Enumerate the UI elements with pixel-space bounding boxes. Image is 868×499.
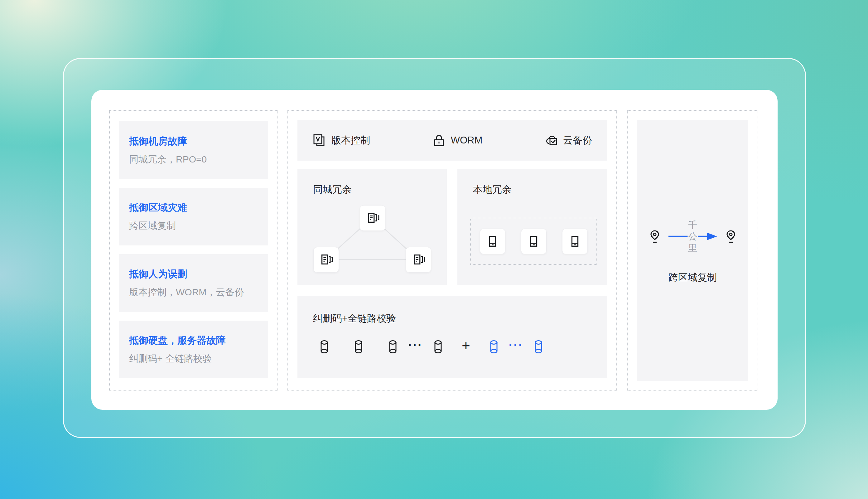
threat-card-hardware-failure: 抵御硬盘，服务器故障 纠删码+ 全链路校验 [119,320,268,378]
threat-desc: 版本控制，WORM，云备份 [129,286,268,299]
white-card: 抵御机房故障 同城冗余，RPO=0 抵御区域灾难 跨区域复制 抵御人为误删 版本… [91,90,778,410]
threat-desc: 同城冗余，RPO=0 [129,153,268,166]
disk-cylinder-icon [319,340,329,353]
feature-cloud-backup: 云备份 [544,133,592,147]
ellipsis-blue: ··· [509,339,523,351]
feature-label: WORM [451,135,483,146]
threat-title: 抵御硬盘，服务器故障 [129,334,268,347]
feature-bar: 版本控制 WORM [297,120,607,161]
zone-node [360,205,385,231]
disk-cylinder-icon-blue [533,340,543,353]
box-title: 本地冗余 [473,183,512,196]
threat-card-human-error: 抵御人为误删 版本控制，WORM，云备份 [119,254,268,312]
threat-desc: 纠删码+ 全链路校验 [129,352,268,365]
mechanisms-column: 版本控制 WORM [287,110,617,391]
disk-cylinder-icon-blue [489,340,499,353]
storage-device-icon [527,234,541,248]
feature-versioning: 版本控制 [312,133,370,147]
cross-region-column: 千 公 里 跨区域复制 [627,110,758,391]
storage-device-icon [568,234,582,248]
arrow-right-icon: 千 公 里 [668,231,718,241]
disk-row: ··· + [319,340,543,354]
disk-cylinder-icon [433,340,443,353]
feature-label: 版本控制 [332,134,370,147]
redundancy-row: 同城冗余 [297,169,607,285]
device-node [480,229,505,254]
server-sync-icon [411,253,425,267]
threat-card-region-disaster: 抵御区域灾难 跨区域复制 [119,188,268,245]
box-title: 纠删码+全链路校验 [313,312,396,325]
threat-title: 抵御机房故障 [129,135,268,148]
device-node [562,229,588,254]
threat-card-idc-failure: 抵御机房故障 同城冗余，RPO=0 [119,121,268,179]
lock-icon [432,133,446,147]
plus-sign: + [462,338,470,353]
threat-title: 抵御区域灾难 [129,201,268,214]
erasure-coding-box: 纠删码+全链路校验 [297,296,607,378]
disk-cylinder-icon [354,340,363,353]
ellipsis: ··· [408,339,423,351]
cross-region-label: 跨区域复制 [637,271,748,284]
threats-column: 抵御机房故障 同城冗余，RPO=0 抵御区域灾难 跨区域复制 抵御人为误删 版本… [109,110,278,391]
location-pin-icon [724,230,737,243]
local-devices-strip [470,218,597,265]
data-protection-diagram: 抵御机房故障 同城冗余，RPO=0 抵御区域灾难 跨区域复制 抵御人为误删 版本… [0,0,868,499]
distance-label: 千 公 里 [687,219,698,254]
versioning-icon [312,133,327,147]
threat-title: 抵御人为误删 [129,268,268,281]
same-city-redundancy-box: 同城冗余 [297,169,447,285]
disk-cylinder-icon [388,340,398,353]
feature-worm: WORM [432,133,483,147]
zone-node [313,247,339,272]
zone-node [406,247,431,272]
threat-desc: 跨区域复制 [129,220,268,232]
location-pin-icon [648,230,661,243]
storage-device-icon [486,234,499,248]
device-node [521,229,547,254]
cloud-backup-icon [544,133,558,147]
local-redundancy-box: 本地冗余 [457,169,607,285]
replication-route: 千 公 里 [637,230,748,243]
cross-region-panel: 千 公 里 跨区域复制 [637,120,748,381]
server-sync-icon [366,211,380,225]
feature-label: 云备份 [563,134,592,147]
server-sync-icon [319,253,333,267]
